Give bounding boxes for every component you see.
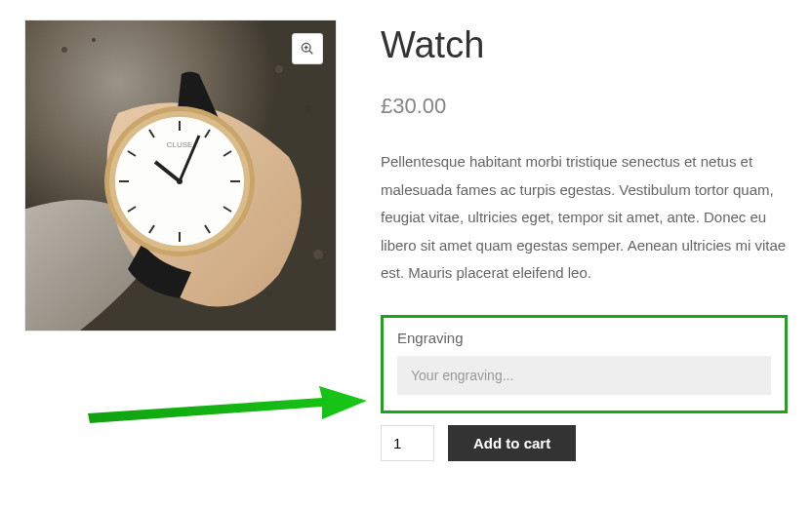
svg-point-2 — [92, 38, 96, 42]
zoom-button[interactable] — [292, 33, 323, 64]
zoom-icon — [300, 41, 315, 57]
engraving-section: Engraving — [381, 315, 788, 413]
svg-point-25 — [177, 178, 183, 184]
svg-text:CLUSE: CLUSE — [167, 140, 193, 149]
product-title: Watch — [381, 24, 788, 66]
engraving-input[interactable] — [397, 356, 771, 395]
product-description: Pellentesque habitant morbi tristique se… — [381, 148, 788, 288]
engraving-label: Engraving — [397, 330, 771, 346]
product-image[interactable]: CLUSE — [24, 20, 337, 332]
add-to-cart-button[interactable]: Add to cart — [448, 425, 576, 461]
svg-line-27 — [309, 51, 312, 54]
quantity-stepper[interactable] — [381, 425, 434, 461]
svg-point-3 — [275, 65, 283, 73]
svg-point-1 — [61, 47, 67, 53]
svg-point-5 — [313, 250, 323, 259]
svg-point-4 — [305, 105, 311, 111]
svg-point-6 — [266, 291, 272, 296]
product-price: £30.00 — [381, 94, 788, 119]
